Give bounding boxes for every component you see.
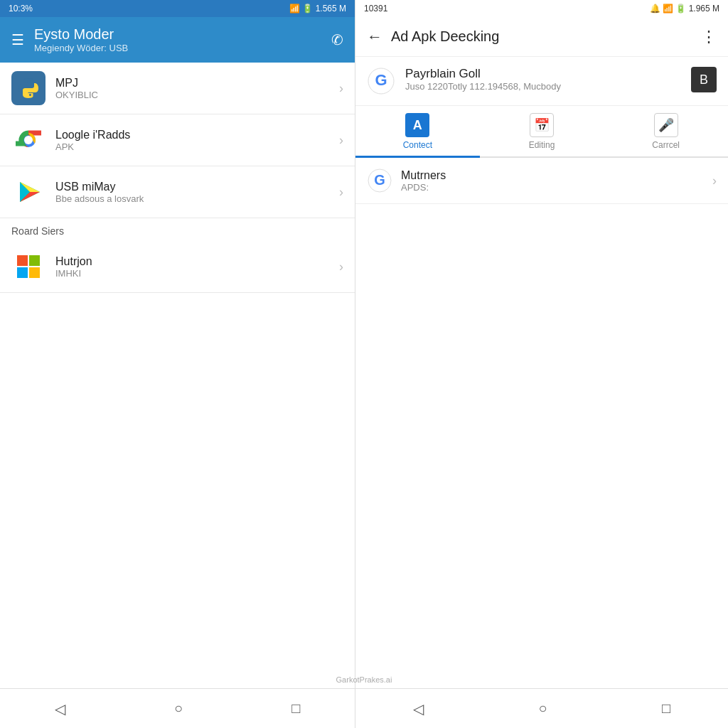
home-button[interactable]: ○ <box>160 695 197 722</box>
app-name: Hutrjon <box>55 255 339 268</box>
editing-tab-label: Editing <box>529 140 555 150</box>
chevron-icon: › <box>712 173 717 188</box>
app-subtitle: APK <box>55 141 339 152</box>
app-icon-python <box>11 71 46 105</box>
svg-rect-10 <box>29 267 40 278</box>
app-name: MPJ <box>55 77 339 90</box>
list-item[interactable]: Hutrjon IMHKI › <box>0 241 355 293</box>
left-status-icons: 📶 🔋 1.565 M <box>289 4 346 14</box>
list-item[interactable]: USB miMay Bbe adsous a losvark › <box>0 166 355 218</box>
app-icon-play <box>11 175 46 209</box>
left-panel: 10:3% 📶 🔋 1.565 M ☰ Eysto Moder Megiendy… <box>0 0 355 728</box>
section-header: Roard Siers <box>0 218 355 241</box>
left-header-title: Eysto Moder <box>34 26 321 43</box>
app-info: USB miMay Bbe adsous a losvark <box>55 181 339 204</box>
app-info: Hutrjon IMHKI <box>55 255 339 279</box>
tabs-row: A Contect 📅 Editing 🎤 Carrcel <box>355 106 728 158</box>
contact-info: Payrblain Goll Juso 1220Totly 112.194568… <box>405 67 681 92</box>
watermark-overlay: GarkotPrakes.ai <box>336 675 392 684</box>
right-panel: 10391 🔔 📶 🔋 1.965 M ← Ad Apk Deecking ⋮ … <box>355 0 728 728</box>
list-item[interactable]: Loogle i'Radds APK › <box>0 114 355 166</box>
app-icon-windows <box>11 250 46 284</box>
right-header-title: Ad Apk Deecking <box>391 28 692 45</box>
more-icon[interactable]: ⋮ <box>701 28 717 46</box>
right-nav-bar: ◁ ○ □ <box>355 688 728 728</box>
carrcel-tab-label: Carrcel <box>652 140 680 150</box>
list-item[interactable]: G Mutrners APDS: › <box>355 158 728 204</box>
chevron-icon: › <box>339 133 343 148</box>
right-status-icons: 🔔 📶 🔋 1.965 M <box>650 4 719 14</box>
left-nav-bar: ◁ ○ □ <box>0 688 355 728</box>
contact-detail: Juso 1220Totly 112.194568, Mucbody <box>405 81 681 92</box>
list-item[interactable]: MPJ OKYIBLIC › <box>0 63 355 114</box>
svg-rect-8 <box>29 255 40 266</box>
right-list-sub: APDS: <box>401 182 712 193</box>
editing-tab-icon: 📅 <box>530 113 554 137</box>
app-icon-chrome <box>11 123 46 157</box>
right-header: ← Ad Apk Deecking ⋮ <box>355 17 728 57</box>
chevron-icon: › <box>339 81 343 96</box>
contact-name: Payrblain Goll <box>405 67 681 81</box>
contact-initial: B <box>691 67 717 92</box>
back-button[interactable]: ◁ <box>399 695 438 723</box>
app-info: Loogle i'Radds APK <box>55 129 339 152</box>
back-button[interactable]: ◁ <box>41 695 80 723</box>
right-time: 10391 <box>364 4 387 14</box>
left-status-bar: 10:3% 📶 🔋 1.565 M <box>0 0 355 17</box>
back-icon[interactable]: ← <box>367 28 382 46</box>
left-time: 10:3% <box>9 4 33 14</box>
svg-rect-7 <box>17 255 28 266</box>
app-subtitle: OKYIBLIC <box>55 90 339 100</box>
app-subtitle: IMHKI <box>55 268 339 279</box>
app-subtitle: Bbe adsous a losvark <box>55 193 339 204</box>
svg-point-2 <box>24 136 33 144</box>
tab-carrcel[interactable]: 🎤 Carrcel <box>604 106 728 156</box>
app-name: USB miMay <box>55 181 339 193</box>
tab-contect[interactable]: A Contect <box>355 106 480 158</box>
svg-text:G: G <box>374 172 385 188</box>
left-header-subtitle: Megiendy Wöder: USB <box>34 43 321 53</box>
svg-text:G: G <box>375 71 387 89</box>
app-list: MPJ OKYIBLIC › Loogle i'Radds A <box>0 63 355 688</box>
right-status-bar: 10391 🔔 📶 🔋 1.965 M <box>355 0 728 17</box>
app-info: MPJ OKYIBLIC <box>55 77 339 100</box>
chevron-icon: › <box>339 185 343 200</box>
contect-tab-label: Contect <box>403 140 432 150</box>
hamburger-icon[interactable]: ☰ <box>11 31 24 48</box>
google-logo: G <box>367 67 395 95</box>
right-list-name: Mutrners <box>401 169 712 182</box>
left-header: ☰ Eysto Moder Megiendy Wöder: USB ✆ <box>0 17 355 63</box>
contact-section: G Payrblain Goll Juso 1220Totly 112.1945… <box>355 57 728 106</box>
home-button[interactable]: ○ <box>524 695 561 722</box>
svg-rect-9 <box>17 267 28 278</box>
phone-icon[interactable]: ✆ <box>331 31 343 48</box>
contect-tab-icon: A <box>405 113 429 137</box>
right-list-info: Mutrners APDS: <box>401 169 712 193</box>
recent-button[interactable]: □ <box>277 695 314 722</box>
recent-button[interactable]: □ <box>648 695 685 722</box>
right-list: G Mutrners APDS: › <box>355 158 728 688</box>
carrcel-tab-icon: 🎤 <box>654 113 678 137</box>
tab-editing[interactable]: 📅 Editing <box>480 106 604 156</box>
app-name: Loogle i'Radds <box>55 129 339 141</box>
left-header-text: Eysto Moder Megiendy Wöder: USB <box>34 26 321 53</box>
list-item-google-icon: G <box>367 168 392 193</box>
chevron-icon: › <box>339 259 343 274</box>
